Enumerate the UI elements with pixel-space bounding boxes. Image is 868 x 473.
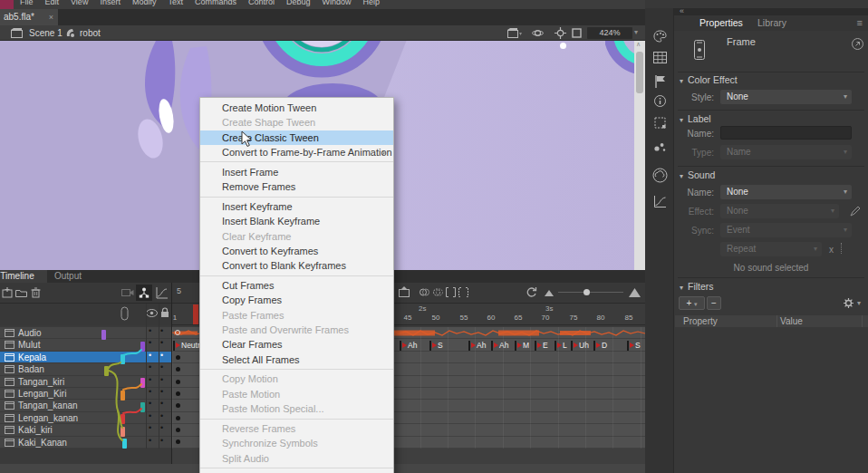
menu-file[interactable]: File — [20, 0, 34, 6]
keyframe-label[interactable]: Uh — [571, 340, 589, 351]
menu-modify[interactable]: Modify — [132, 0, 157, 6]
menu-item-reverse-frames[interactable]: Reverse Frames — [200, 421, 393, 436]
new-folder-icon[interactable] — [15, 288, 27, 297]
menu-item-insert-keyframe[interactable]: Insert Keyframe — [200, 199, 393, 214]
menu-insert[interactable]: Insert — [100, 0, 121, 6]
keyframe-label[interactable]: Ah — [400, 340, 417, 351]
section-sound[interactable]: ▾Sound — [680, 169, 715, 180]
menu-item-copy-frames[interactable]: Copy Frames — [200, 293, 393, 307]
keyframe-marker[interactable] — [176, 403, 180, 408]
menu-item-clear-frames[interactable]: Clear Frames — [200, 337, 393, 352]
scroll-up-icon[interactable]: ∧ — [636, 41, 641, 48]
menu-item-create-shape-tween[interactable]: Create Shape Tween — [200, 115, 393, 130]
keyframe-label[interactable]: L — [555, 340, 567, 351]
animate-logo-icon[interactable] — [0, 0, 14, 9]
timeline-zoom-track[interactable] — [558, 292, 623, 293]
keyframe-marker[interactable] — [176, 439, 180, 444]
menu-item-remove-frames[interactable]: Remove Frames — [200, 179, 393, 194]
label-name-input[interactable] — [720, 126, 852, 140]
section-label[interactable]: ▾Label — [680, 113, 711, 124]
section-filters[interactable]: ▾Filters — [680, 281, 714, 292]
zoom-level-field[interactable]: 424% — [587, 27, 632, 39]
sound-name-dropdown[interactable]: None ▾ — [720, 185, 852, 199]
panel-menu-icon[interactable]: ≡ — [857, 17, 863, 28]
zoom-in-timeline-icon[interactable] — [629, 288, 641, 297]
keyframe-marker[interactable] — [176, 416, 180, 420]
rotate-stage-icon[interactable] — [532, 27, 544, 39]
menu-item-paste-frames[interactable]: Paste Frames — [200, 308, 393, 323]
repeat-count-stepper[interactable] — [841, 243, 842, 254]
edit-sound-pencil-icon[interactable] — [850, 206, 861, 217]
breadcrumb-scene[interactable]: Scene 1 — [29, 28, 63, 38]
section-color-effect[interactable]: ▾Color Effect — [680, 74, 738, 85]
menu-item-insert-blank-keyframe[interactable]: Insert Blank Keyframe — [200, 214, 393, 228]
document-tab[interactable]: ab5.fla* × — [0, 9, 58, 25]
particles-icon[interactable] — [654, 140, 666, 152]
lock-icon[interactable] — [160, 307, 169, 318]
palette-icon[interactable] — [653, 30, 667, 43]
keyframe-label[interactable]: E — [535, 340, 548, 351]
style-dropdown[interactable]: None ▾ — [720, 90, 852, 104]
menu-item-convert-to-blank-keyframes[interactable]: Convert to Blank Keyframes — [200, 258, 393, 273]
label-type-dropdown[interactable]: Name ▾ — [720, 145, 852, 159]
empty-keyframe-marker[interactable] — [175, 330, 180, 335]
menu-item-insert-frame[interactable]: Insert Frame — [200, 165, 393, 179]
zoom-out-timeline-icon[interactable] — [545, 290, 554, 296]
menu-item-cut-frames[interactable]: Cut Frames — [200, 278, 393, 293]
menu-item-select-all-frames[interactable]: Select All Frames — [200, 352, 393, 367]
add-filter-button[interactable]: + ▾ — [679, 296, 705, 310]
menu-item-copy-motion[interactable]: Copy Motion — [200, 372, 393, 386]
menu-item-create-motion-tween[interactable]: Create Motion Tween — [200, 101, 393, 115]
breadcrumb-symbol[interactable]: robot — [80, 28, 101, 38]
camera-icon[interactable] — [121, 288, 134, 297]
tab-properties[interactable]: Properties — [699, 17, 743, 28]
menu-item-convert-to-keyframes[interactable]: Convert to Keyframes — [200, 244, 393, 258]
keyframe-label[interactable]: Ah — [491, 340, 508, 351]
keyframe-label[interactable]: M — [515, 340, 529, 351]
keyframe-marker[interactable] — [176, 380, 180, 384]
menu-edit[interactable]: Edit — [45, 0, 60, 6]
tab-timeline[interactable]: Timeline — [0, 270, 47, 283]
keyframe-label[interactable]: Neutr — [173, 340, 200, 351]
collapse-panel-icon[interactable]: « — [680, 6, 684, 15]
frame-actions-icon[interactable] — [399, 286, 411, 298]
keyframe-marker[interactable] — [176, 355, 180, 360]
sound-sync-dropdown[interactable]: Event ▾ — [720, 223, 852, 237]
keyframe-label[interactable]: Ah — [468, 340, 486, 351]
onion-skin-outline-icon[interactable] — [433, 287, 443, 297]
filter-options-gear-icon[interactable] — [843, 297, 854, 309]
tab-output[interactable]: Output — [54, 271, 82, 281]
close-tab-icon[interactable]: × — [49, 9, 53, 25]
onion-skin-icon[interactable] — [420, 287, 429, 297]
menu-commands[interactable]: Commands — [195, 0, 236, 6]
menu-item-create-classic-tween[interactable]: Create Classic Tween — [200, 130, 393, 145]
keyframe-label[interactable]: D — [593, 340, 607, 351]
menu-debug[interactable]: Debug — [286, 0, 311, 6]
new-layer-icon[interactable] — [2, 287, 13, 298]
sound-effect-dropdown[interactable]: None ▾ — [720, 204, 839, 218]
keyframe-marker[interactable] — [176, 428, 180, 432]
menu-item-paste-overwrite-frames[interactable]: Paste and Overwrite Frames — [200, 323, 393, 337]
loop-playback-icon[interactable] — [526, 286, 537, 298]
help-icon[interactable] — [852, 38, 863, 50]
menu-item-clear-keyframe[interactable]: Clear Keyframe — [200, 229, 393, 244]
keyframe-label[interactable]: S — [627, 340, 641, 351]
menu-text[interactable]: Text — [168, 0, 183, 6]
swatches-icon[interactable] — [653, 52, 667, 63]
camera-menu-icon[interactable] — [507, 28, 522, 38]
gear-caret-icon[interactable]: ▾ — [857, 299, 861, 307]
menu-item-split-audio[interactable]: Split Audio — [200, 451, 393, 466]
menu-item-paste-motion-special[interactable]: Paste Motion Special... — [200, 401, 393, 416]
center-stage-icon[interactable] — [555, 27, 566, 39]
info-icon[interactable] — [654, 95, 666, 107]
layer-parenting-icon[interactable] — [136, 285, 152, 301]
delete-layer-icon[interactable] — [31, 287, 41, 298]
tab-library[interactable]: Library — [757, 17, 786, 28]
graph-editor-icon[interactable] — [156, 286, 169, 299]
menu-control[interactable]: Control — [248, 0, 275, 6]
menu-item-synchronize-symbols[interactable]: Synchronize Symbols — [200, 436, 393, 450]
keyframe-label[interactable]: S — [429, 340, 443, 351]
flag-icon[interactable] — [654, 75, 666, 88]
menu-view[interactable]: View — [71, 0, 88, 6]
visibility-icon[interactable] — [146, 309, 158, 317]
